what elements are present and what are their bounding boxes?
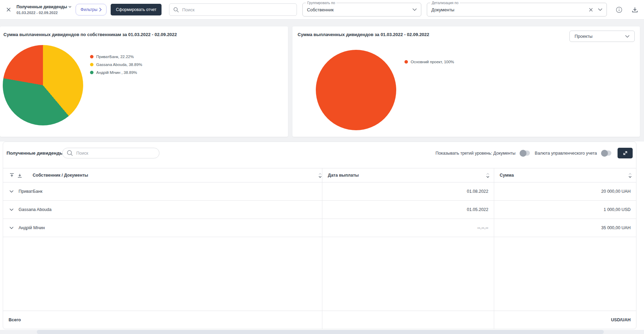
page-title: Полученные дивиденды: [16, 4, 67, 9]
report-date-range: 01.03.2022 - 02.09.2022: [16, 11, 71, 15]
owner-name: Gassana Abouda: [19, 207, 52, 212]
legend-item[interactable]: Андрій Мічин , 38.89%: [90, 70, 142, 75]
horizontal-scrollbar[interactable]: [0, 330, 644, 334]
charts-section: Сумма выплаченных дивидендов по собствен…: [0, 20, 644, 142]
toggle-knob: [520, 150, 526, 157]
table-empty-area: [3, 237, 636, 311]
group-by-value: Собственник: [307, 7, 412, 12]
table-section-header: Полученные дивиденды Показывать третий у…: [3, 142, 636, 164]
info-button[interactable]: [615, 6, 623, 13]
projects-pie-chart-card: Сумма выплаченных дивидендов за 01.03.20…: [292, 26, 640, 137]
currency-toggle-label: Валюта управленческого учета: [535, 151, 597, 156]
filters-button-label: Фильтры: [80, 7, 97, 12]
close-icon: [6, 7, 11, 12]
legend-label: Основний проект, 100%: [411, 60, 454, 64]
detail-by-select[interactable]: Детализация по Документы: [427, 3, 607, 16]
third-level-toggle-label: Показывать третий уровень: Документы: [435, 151, 515, 156]
top-toolbar: Полученные дивиденды 01.03.2022 - 02.09.…: [0, 0, 644, 20]
table-row[interactable]: Gassana Abouda 01.05.2022 1 000,00 USD: [3, 201, 636, 219]
legend-label: Gassana Abouda, 38.89%: [96, 63, 142, 67]
amount-value: 35 000,00 UAH: [601, 225, 631, 230]
dividends-table-card: Полученные дивиденды Показывать третий у…: [3, 142, 636, 329]
projects-pie-legend: Основний проект, 100%: [404, 60, 454, 64]
chart-title: Сумма выплаченных дивидендов по собствен…: [3, 32, 177, 37]
sort-icon[interactable]: [486, 172, 490, 178]
close-button[interactable]: [5, 6, 12, 13]
legend-item[interactable]: Основний проект, 100%: [404, 60, 454, 64]
chevron-down-icon: [68, 6, 71, 8]
generate-report-button[interactable]: Сформировать отчет: [111, 4, 162, 15]
detail-by-value: Документы: [431, 7, 589, 12]
sort-icon[interactable]: [318, 172, 322, 178]
report-title-block[interactable]: Полученные дивиденды 01.03.2022 - 02.09.…: [16, 4, 71, 15]
owner-name: Андрій Мічин: [19, 225, 45, 230]
filters-button[interactable]: Фильтры: [76, 4, 107, 15]
projects-select[interactable]: Проекты: [569, 31, 635, 42]
group-by-select[interactable]: Группировать по Собственник: [302, 3, 421, 16]
amount-value: 1 000,00 USD: [603, 207, 631, 212]
legend-item[interactable]: Gassana Abouda, 38.89%: [90, 63, 142, 67]
legend-label: Андрій Мічин , 38.89%: [96, 70, 137, 75]
expand-all-icon[interactable]: [17, 173, 22, 178]
owners-pie-chart-card: Сумма выплаченных дивидендов по собствен…: [0, 26, 288, 137]
projects-select-value: Проекты: [575, 34, 625, 39]
row-expander-icon[interactable]: [9, 190, 14, 193]
fullscreen-button[interactable]: [618, 148, 633, 158]
payout-date: --.--.--: [477, 225, 488, 230]
search-icon: [67, 150, 73, 156]
group-by-label: Группировать по: [306, 1, 336, 5]
table-search[interactable]: [62, 148, 159, 158]
table-footer-row: Всего USD/UAH: [3, 311, 636, 329]
legend-label: ПриватБанк, 22.22%: [96, 55, 134, 59]
toggle-knob: [601, 150, 608, 157]
download-icon: [632, 7, 638, 13]
total-currency: USD/UAH: [611, 318, 631, 322]
clear-selection-icon[interactable]: [589, 8, 593, 12]
toolbar-search-input[interactable]: [182, 7, 293, 12]
legend-marker-icon: [404, 60, 408, 64]
chart-title: Сумма выплаченных дивидендов за 01.03.20…: [298, 32, 429, 37]
legend-marker-icon: [90, 63, 93, 66]
column-header-amount[interactable]: Сумма: [500, 173, 628, 178]
payout-date: 01.05.2022: [467, 207, 488, 212]
table-header-row: Собственник / Документы Дата выплаты Сум…: [3, 168, 636, 182]
total-label: Всего: [9, 318, 21, 322]
table-title: Полученные дивиденды: [7, 151, 64, 156]
legend-item[interactable]: ПриватБанк, 22.22%: [90, 55, 142, 59]
sort-icon[interactable]: [628, 172, 632, 178]
owners-pie-legend: ПриватБанк, 22.22% Gassana Abouda, 38.89…: [90, 55, 142, 75]
row-expander-icon[interactable]: [9, 208, 14, 211]
column-header-date[interactable]: Дата выплаты: [328, 173, 486, 178]
download-button[interactable]: [631, 6, 639, 13]
owners-pie-chart[interactable]: [3, 45, 83, 125]
chevron-down-icon: [412, 8, 417, 11]
table-row[interactable]: Андрій Мічин --.--.-- 35 000,00 UAH: [3, 219, 636, 237]
collapse-all-icon[interactable]: [9, 173, 14, 178]
legend-marker-icon: [90, 55, 93, 58]
info-icon: [616, 7, 622, 13]
table-search-input[interactable]: [76, 151, 155, 156]
chevron-down-icon: [598, 8, 602, 11]
payout-date: 01.08.2022: [467, 189, 488, 194]
table-row[interactable]: ПриватБанк 01.08.2022 20 000,00 UAH: [3, 182, 636, 201]
currency-toggle[interactable]: [602, 151, 611, 156]
dividends-table: Собственник / Документы Дата выплаты Сум…: [3, 168, 636, 329]
column-header-owner[interactable]: Собственник / Документы: [33, 173, 315, 178]
toolbar-search[interactable]: [169, 3, 297, 16]
search-icon: [173, 7, 179, 13]
legend-marker-icon: [90, 71, 93, 74]
detail-by-label: Детализация по: [430, 1, 460, 5]
owner-name: ПриватБанк: [19, 189, 42, 194]
row-expander-icon[interactable]: [9, 226, 14, 230]
chevron-down-icon: [625, 35, 630, 38]
scrollbar-thumb[interactable]: [37, 330, 604, 334]
third-level-toggle[interactable]: [520, 151, 530, 156]
expand-icon: [622, 150, 628, 156]
chevron-right-icon: [99, 8, 102, 12]
amount-value: 20 000,00 UAH: [601, 189, 631, 194]
projects-pie-chart[interactable]: [316, 50, 396, 130]
